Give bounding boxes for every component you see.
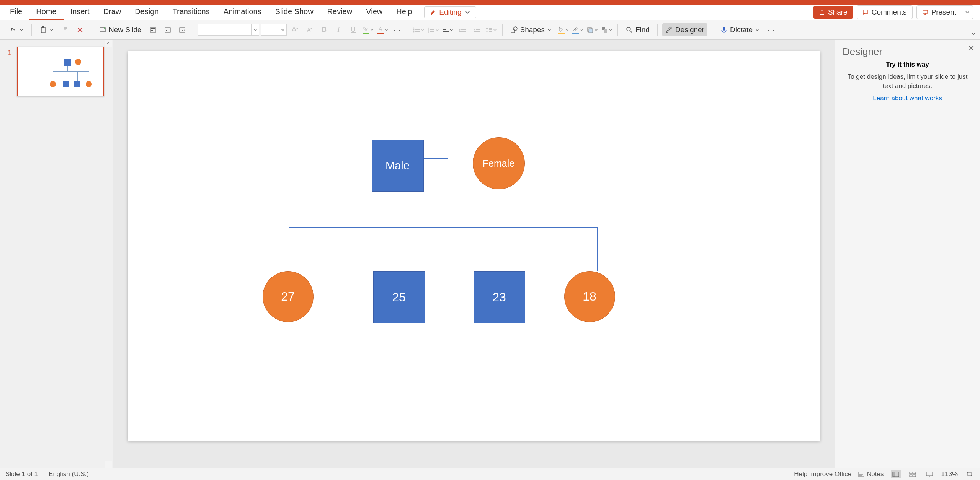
tab-help[interactable]: Help — [389, 4, 419, 20]
designer-button[interactable]: Designer — [662, 23, 707, 36]
decrease-indent-button[interactable] — [456, 24, 469, 36]
grid-icon — [909, 472, 916, 477]
highlight-button[interactable] — [362, 24, 374, 36]
tab-slideshow[interactable]: Slide Show — [268, 4, 320, 20]
svg-rect-50 — [913, 472, 916, 474]
reset-button[interactable] — [162, 24, 174, 36]
connector[interactable] — [289, 227, 289, 271]
paste-button[interactable] — [36, 24, 57, 36]
fit-to-window-button[interactable] — [965, 470, 975, 478]
bullets-button[interactable] — [413, 24, 425, 36]
chevron-down-icon — [435, 28, 439, 32]
shape-effects-button[interactable] — [586, 24, 598, 36]
layout-button[interactable] — [147, 24, 159, 36]
designer-close-button[interactable]: ✕ — [968, 44, 975, 53]
tab-file[interactable]: File — [3, 4, 29, 20]
chevron-down-icon — [608, 28, 613, 32]
zoom-level[interactable]: 113% — [941, 470, 958, 478]
underline-button[interactable]: U — [347, 24, 359, 36]
connector[interactable] — [504, 227, 504, 271]
shape-female[interactable]: Female — [473, 137, 525, 189]
tab-view[interactable]: View — [359, 4, 389, 20]
dictate-button[interactable]: Dictate — [717, 23, 763, 36]
present-button[interactable]: Present — [916, 5, 962, 19]
collapse-ribbon-button[interactable] — [971, 31, 976, 38]
sorter-view-button[interactable] — [908, 470, 918, 478]
font-name-dropdown[interactable] — [252, 24, 259, 36]
find-button[interactable]: Find — [622, 23, 653, 36]
designer-learn-link[interactable]: Learn about what works — [843, 94, 972, 102]
notes-toggle[interactable]: Notes — [858, 470, 884, 478]
tab-review[interactable]: Review — [320, 4, 359, 20]
arrange-button[interactable] — [601, 24, 613, 36]
delete-button[interactable] — [74, 24, 86, 36]
shape-child-27[interactable]: 27 — [263, 271, 314, 322]
status-language[interactable]: English (U.S.) — [49, 470, 89, 478]
share-button[interactable]: Share — [813, 6, 853, 19]
font-name-input[interactable] — [198, 24, 252, 36]
tab-animations[interactable]: Animations — [217, 4, 268, 20]
shapes-button[interactable]: Shapes — [507, 23, 555, 36]
grow-font-button[interactable]: A▴ — [289, 24, 301, 36]
tab-home[interactable]: Home — [29, 4, 63, 20]
font-color-button[interactable]: A — [376, 24, 389, 36]
chevron-down-icon — [493, 28, 497, 32]
tab-insert[interactable]: Insert — [64, 4, 96, 20]
normal-view-button[interactable] — [891, 470, 901, 478]
more-font-button[interactable]: ⋯ — [391, 24, 403, 36]
svg-rect-42 — [723, 27, 725, 31]
shape-fill-button[interactable] — [557, 24, 569, 36]
svg-rect-6 — [151, 30, 153, 31]
status-slide-info[interactable]: Slide 1 of 1 — [5, 470, 38, 478]
bold-button[interactable]: B — [318, 24, 330, 36]
svg-rect-21 — [430, 31, 434, 32]
connector[interactable] — [424, 158, 448, 159]
shape-child-23[interactable]: 23 — [474, 271, 525, 323]
help-improve-link[interactable]: Help Improve Office — [794, 470, 851, 478]
align-button[interactable] — [442, 24, 454, 36]
chevron-down-icon — [253, 28, 258, 32]
connector[interactable] — [289, 227, 597, 228]
new-slide-button[interactable]: New Slide — [96, 23, 145, 36]
comments-button[interactable]: Comments — [857, 5, 913, 19]
more-commands-button[interactable]: ⋯ — [765, 24, 777, 36]
section-button[interactable] — [176, 24, 188, 36]
format-painter-button[interactable] — [59, 24, 72, 36]
thumb-scroll-down[interactable] — [105, 461, 112, 468]
italic-button[interactable]: I — [333, 24, 345, 36]
shape-child-18[interactable]: 18 — [564, 271, 615, 322]
chevron-up-icon — [106, 41, 110, 45]
picture-icon — [178, 26, 186, 34]
font-color-icon: A — [379, 26, 382, 32]
slideshow-view-button[interactable] — [924, 470, 934, 478]
shrink-font-button[interactable]: A▾ — [304, 24, 316, 36]
shape-male[interactable]: Male — [372, 140, 424, 192]
shape-outline-button[interactable] — [572, 24, 584, 36]
undo-button[interactable] — [6, 24, 27, 36]
chevron-down-icon — [281, 28, 285, 32]
font-size-dropdown[interactable] — [279, 24, 287, 36]
line-spacing-button[interactable] — [485, 24, 498, 36]
separator — [502, 24, 503, 36]
tab-transitions[interactable]: Transitions — [166, 4, 217, 20]
connector[interactable] — [451, 158, 451, 227]
numbering-button[interactable]: 123 — [427, 24, 439, 36]
slide-thumbnail-1[interactable] — [17, 47, 104, 96]
connector[interactable] — [597, 227, 598, 271]
line-spacing-icon — [486, 27, 493, 33]
connector[interactable] — [404, 227, 404, 271]
increase-indent-button[interactable] — [471, 24, 483, 36]
slide-canvas[interactable]: Male Female 27 25 23 18 — [128, 51, 820, 441]
thumb-scroll-up[interactable] — [105, 40, 112, 47]
fill-color-swatch — [558, 33, 565, 34]
svg-point-10 — [413, 27, 414, 28]
font-size-input[interactable] — [261, 24, 279, 36]
tab-draw[interactable]: Draw — [96, 4, 128, 20]
designer-hint-text: To get design ideas, limit your slide to… — [843, 72, 972, 91]
shape-child-25[interactable]: 25 — [373, 271, 425, 323]
editing-mode-button[interactable]: Editing — [424, 6, 476, 18]
align-icon — [442, 27, 449, 33]
present-dropdown[interactable] — [962, 5, 973, 19]
tab-design[interactable]: Design — [128, 4, 165, 20]
chevron-down-icon — [106, 462, 110, 466]
